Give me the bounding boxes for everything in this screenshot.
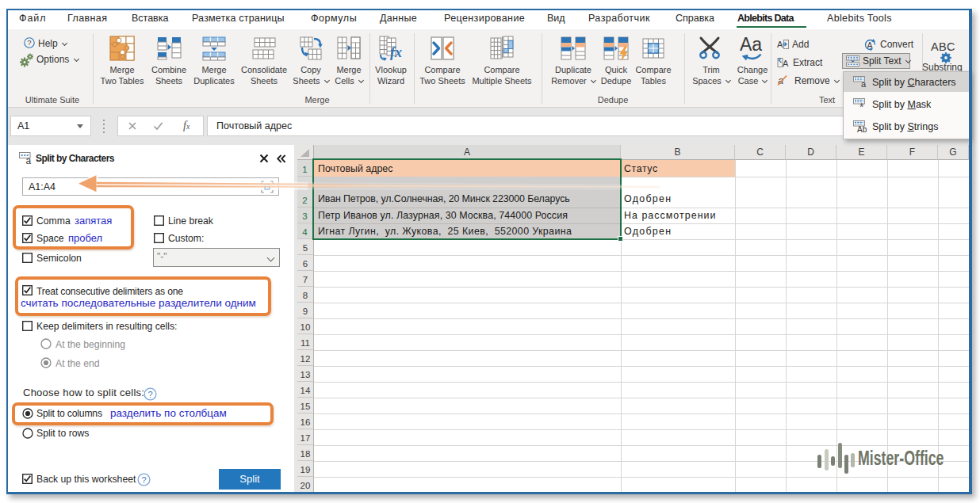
svg-text:a: a [861, 79, 867, 89]
svg-text:a: a [26, 155, 32, 165]
svg-text:*: * [859, 101, 864, 111]
svg-text:?: ? [27, 38, 31, 47]
svg-text:Aa: Aa [740, 36, 762, 55]
svg-text:Ab: Ab [857, 125, 867, 134]
svg-text:?: ? [141, 475, 146, 485]
svg-text:fx: fx [390, 44, 402, 60]
svg-text:?: ? [147, 390, 152, 399]
svg-text:A: A [783, 59, 789, 68]
svg-text:A: A [867, 40, 873, 50]
svg-text:A: A [777, 40, 783, 49]
